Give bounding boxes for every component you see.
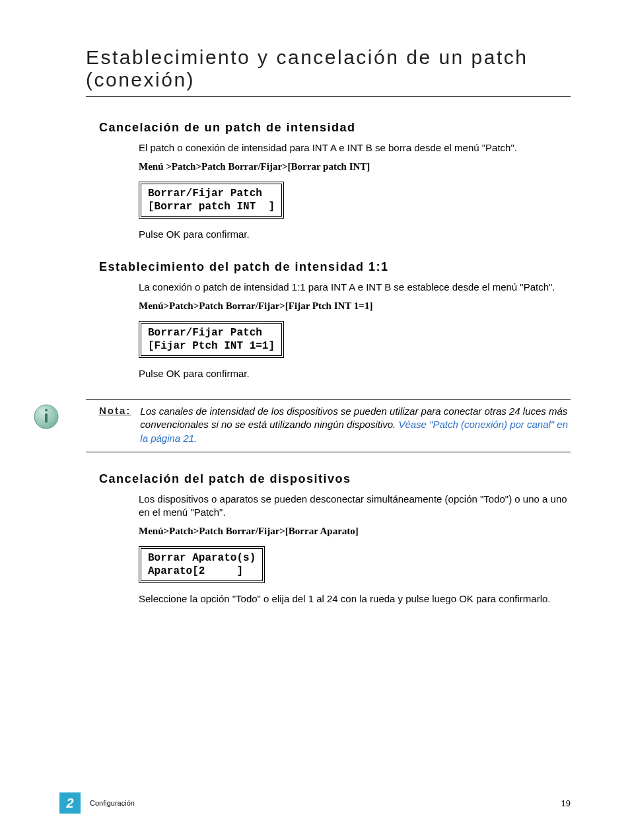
- section-heading: Cancelación del patch de dispositivos: [99, 472, 571, 486]
- intro-text: Los dispositivos o aparatos se pueden de…: [139, 493, 571, 520]
- note-text: Los canales de intensidad de los disposi…: [140, 405, 571, 445]
- confirm-text: Pulse OK para confirmar.: [139, 228, 571, 241]
- section-cancel-device-patch: Cancelación del patch de dispositivos Lo…: [99, 472, 571, 606]
- intro-text: El patch o conexión de intensidad para I…: [139, 141, 571, 155]
- footer-section-label: Configuración: [90, 799, 135, 807]
- page-footer: 2 Configuración 19: [59, 792, 571, 814]
- lcd-display: Borrar/Fijar Patch [Borrar patch INT ]: [139, 182, 284, 219]
- lcd-display: Borrar Aparato(s) Aparato[2 ]: [139, 546, 265, 583]
- confirm-text: Pulse OK para confirmar.: [139, 367, 571, 380]
- section-cancel-int-patch: Cancelación de un patch de intensidad El…: [99, 121, 571, 242]
- svg-rect-2: [45, 413, 48, 423]
- section-set-int-patch-1-1: Establecimiento del patch de intensidad …: [99, 260, 571, 381]
- menu-path: Menú >Patch>Patch Borrar/Fijar>[Borrar p…: [139, 161, 571, 172]
- section-heading: Establecimiento del patch de intensidad …: [99, 260, 571, 274]
- intro-text: La conexión o patch de intensidad 1:1 pa…: [139, 281, 571, 294]
- chapter-number-box: 2: [59, 792, 81, 814]
- note-label: Nota:: [99, 405, 131, 445]
- title-rule: [86, 96, 571, 97]
- lcd-display: Borrar/Fijar Patch [Fijar Ptch INT 1=1]: [139, 321, 284, 358]
- info-icon: [33, 403, 59, 430]
- svg-point-1: [45, 409, 48, 411]
- menu-path: Menú>Patch>Patch Borrar/Fijar>[Fijar Ptc…: [139, 300, 571, 312]
- page-title: Establecimiento y cancelación de un patc…: [86, 46, 571, 91]
- note-block: Nota: Los canales de intensidad de los d…: [86, 399, 571, 452]
- section-heading: Cancelación de un patch de intensidad: [99, 121, 571, 135]
- page-number: 19: [561, 798, 571, 808]
- menu-path: Menú>Patch>Patch Borrar/Fijar>[Borrar Ap…: [139, 526, 571, 537]
- confirm-text: Seleccione la opción "Todo" o elija del …: [139, 592, 571, 606]
